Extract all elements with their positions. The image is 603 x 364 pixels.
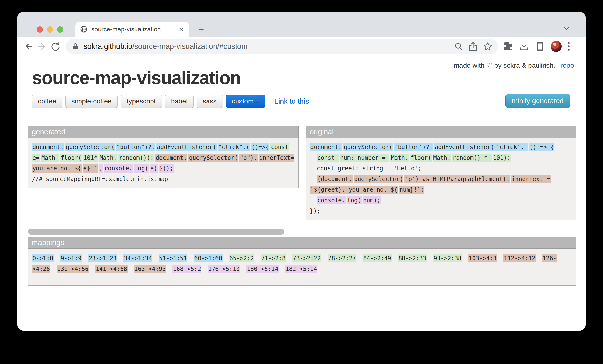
repo-link[interactable]: repo: [560, 62, 574, 69]
example-button-simple-coffee[interactable]: simple-coffee: [66, 95, 118, 108]
custom-button[interactable]: custom...: [226, 95, 266, 108]
generated-code[interactable]: document.querySelector("button")?.addEve…: [28, 138, 299, 188]
mapping-token[interactable]: 180->5:14: [246, 265, 279, 273]
share-icon[interactable]: [468, 41, 478, 52]
example-button-coffee[interactable]: coffee: [32, 95, 62, 108]
code-token[interactable]: log(: [134, 164, 149, 173]
code-token[interactable]: e): [150, 164, 158, 173]
code-token[interactable]: floor(: [60, 154, 82, 162]
mapping-token[interactable]: 141->4:68: [95, 265, 128, 273]
code-token[interactable]: addEventListener(: [156, 143, 217, 151]
code-token[interactable]: 101);: [493, 154, 511, 162]
reload-icon[interactable]: [49, 40, 62, 53]
mapping-token[interactable]: 78->2:27: [328, 254, 357, 262]
code-token[interactable]: innerText =: [511, 175, 551, 183]
mapping-token[interactable]: 88->2:33: [398, 254, 427, 262]
code-token[interactable]: num: number =: [340, 154, 389, 162]
mapping-token[interactable]: 112->4:12: [503, 254, 536, 262]
code-token[interactable]: const: [270, 143, 289, 151]
example-button-babel[interactable]: babel: [165, 95, 194, 108]
code-token[interactable]: ,: [99, 164, 103, 173]
code-token[interactable]: document.: [310, 143, 342, 151]
mapping-token[interactable]: 65->2:2: [229, 254, 255, 262]
mapping-token[interactable]: 163->4:93: [134, 265, 166, 273]
mapping-token[interactable]: 34->1:34: [123, 254, 152, 262]
close-window-button[interactable]: [37, 26, 43, 33]
mapping-token[interactable]: 23->1:23: [88, 254, 117, 262]
mapping-token[interactable]: 9->1:9: [60, 254, 82, 262]
browser-tab[interactable]: source-map-visualization ×: [75, 22, 189, 37]
mapping-token[interactable]: 93->2:38: [433, 254, 462, 262]
bookmark-star-icon[interactable]: [482, 41, 493, 52]
address-bar[interactable]: sokra.github.io/source-map-visualization…: [66, 39, 498, 54]
code-token[interactable]: Math.: [41, 154, 59, 162]
mapping-token[interactable]: 131->4:56: [57, 265, 89, 273]
code-token[interactable]: floor(: [410, 154, 432, 162]
mapping-token[interactable]: 84->2:49: [363, 254, 392, 262]
code-token[interactable]: console.: [317, 196, 346, 204]
code-token[interactable]: random());: [118, 154, 154, 162]
code-token[interactable]: you are no. ${: [32, 164, 82, 173]
code-token[interactable]: querySelector(: [65, 143, 115, 151]
code-token[interactable]: document.: [32, 143, 64, 151]
mapping-token[interactable]: 60->1:60: [194, 254, 223, 262]
url-text[interactable]: sokra.github.io/source-map-visualization…: [84, 42, 454, 51]
mapping-token[interactable]: 126-: [542, 254, 557, 262]
mapping-token[interactable]: 182->5:14: [285, 265, 317, 273]
code-token[interactable]: log(: [347, 196, 362, 204]
code-token[interactable]: e}!`: [83, 164, 98, 173]
search-icon[interactable]: [454, 42, 464, 51]
code-token[interactable]: ()=>{: [251, 143, 269, 151]
download-icon[interactable]: [519, 41, 529, 52]
code-token[interactable]: console.: [104, 164, 133, 173]
forward-icon[interactable]: [35, 40, 49, 53]
mapping-token[interactable]: 176->5:10: [208, 265, 240, 273]
mapping-token[interactable]: 71->2:8: [261, 254, 286, 262]
tab-close-icon[interactable]: ×: [178, 25, 185, 33]
code-token[interactable]: addEventListener(: [434, 143, 495, 151]
new-tab-button[interactable]: +: [198, 25, 204, 35]
code-token[interactable]: 'click',: [496, 143, 528, 151]
menu-dots-icon[interactable]: [567, 41, 571, 51]
minify-generated-button[interactable]: minify generated: [505, 94, 570, 108]
code-token[interactable]: }));: [159, 164, 174, 173]
original-code[interactable]: document.querySelector('button')?.addEve…: [306, 138, 577, 220]
link-to-this[interactable]: Link to this: [274, 97, 309, 105]
mapping-token[interactable]: 168->5:2: [173, 265, 201, 273]
code-token[interactable]: Math.: [433, 154, 451, 162]
horizontal-scrollbar-thumb[interactable]: [28, 229, 284, 235]
code-token[interactable]: () => {: [529, 143, 554, 151]
code-token[interactable]: "p").: [239, 154, 258, 162]
code-token[interactable]: const: [317, 154, 339, 162]
example-button-sass[interactable]: sass: [197, 95, 223, 108]
example-button-typescript[interactable]: typescript: [121, 95, 162, 108]
code-token[interactable]: Math.: [99, 154, 117, 162]
code-token[interactable]: random() *: [452, 154, 492, 162]
mapping-token[interactable]: 103->4:3: [468, 254, 497, 262]
code-token[interactable]: `${greet}, you are no. ${: [310, 186, 398, 194]
code-token[interactable]: 'p') as HTMLParagraphElement).: [405, 175, 510, 183]
mapping-token[interactable]: 51->1:51: [159, 254, 188, 262]
code-token[interactable]: Math.: [390, 154, 409, 162]
code-token[interactable]: querySelector(: [343, 143, 393, 151]
code-token[interactable]: (document.: [317, 175, 353, 183]
sidebar-panel-icon[interactable]: [535, 41, 545, 52]
mappings-list[interactable]: 0->1:09->1:923->1:2334->1:3451->1:5160->…: [28, 249, 576, 286]
code-token[interactable]: querySelector(: [188, 154, 238, 162]
mapping-token[interactable]: 0->1:0: [32, 254, 54, 262]
profile-avatar[interactable]: [551, 41, 562, 52]
code-token[interactable]: querySelector(: [354, 175, 404, 183]
code-token[interactable]: 101*: [83, 154, 98, 162]
code-token[interactable]: e=: [32, 154, 40, 162]
back-icon[interactable]: [22, 40, 35, 53]
code-token[interactable]: num);: [363, 196, 381, 204]
code-token[interactable]: 'button')?.: [394, 143, 433, 151]
code-token[interactable]: "button")?.: [116, 143, 155, 151]
chevron-down-icon[interactable]: [562, 26, 571, 31]
minimize-window-button[interactable]: [47, 26, 53, 33]
extensions-puzzle-icon[interactable]: [503, 41, 513, 52]
code-token[interactable]: "click",(: [218, 143, 250, 151]
code-token[interactable]: innerText=: [259, 154, 294, 162]
code-token[interactable]: document.: [155, 154, 187, 162]
mapping-token[interactable]: >4:26: [32, 265, 50, 273]
